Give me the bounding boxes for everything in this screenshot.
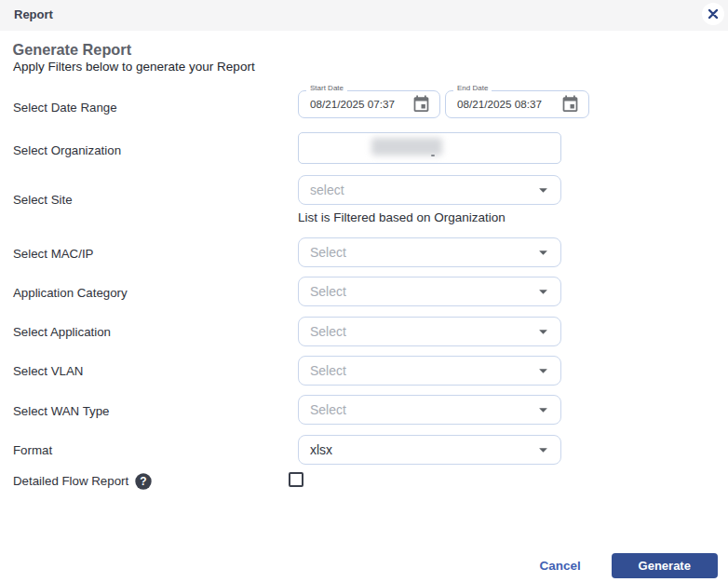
svg-text:?: ? (140, 475, 146, 488)
